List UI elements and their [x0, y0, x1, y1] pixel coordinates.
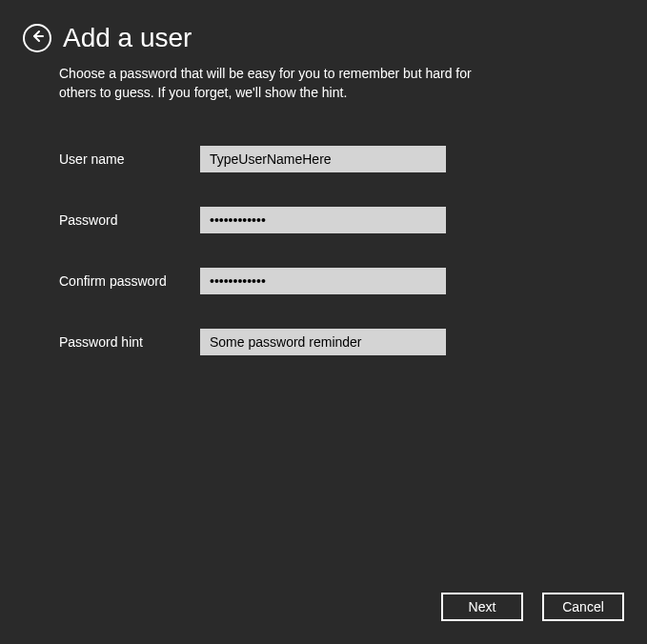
cancel-button[interactable]: Cancel [542, 593, 624, 621]
page-header: Add a user [0, 0, 647, 61]
confirm-password-label: Confirm password [59, 273, 200, 289]
user-form: User name Password Confirm password Pass… [0, 102, 647, 355]
back-button[interactable] [23, 24, 51, 52]
page-title: Add a user [63, 23, 192, 53]
confirm-password-row: Confirm password [59, 268, 588, 294]
footer-actions: Next Cancel [441, 593, 624, 621]
password-hint-row: Password hint [59, 329, 588, 355]
password-input[interactable] [200, 207, 446, 233]
back-arrow-icon [30, 29, 45, 48]
username-row: User name [59, 146, 588, 172]
password-label: Password [59, 212, 200, 228]
confirm-password-input[interactable] [200, 268, 446, 294]
page-description: Choose a password that will be easy for … [0, 61, 562, 102]
username-label: User name [59, 151, 200, 167]
next-button[interactable]: Next [441, 593, 523, 621]
password-row: Password [59, 207, 588, 233]
password-hint-label: Password hint [59, 334, 200, 350]
password-hint-input[interactable] [200, 329, 446, 355]
username-input[interactable] [200, 146, 446, 172]
